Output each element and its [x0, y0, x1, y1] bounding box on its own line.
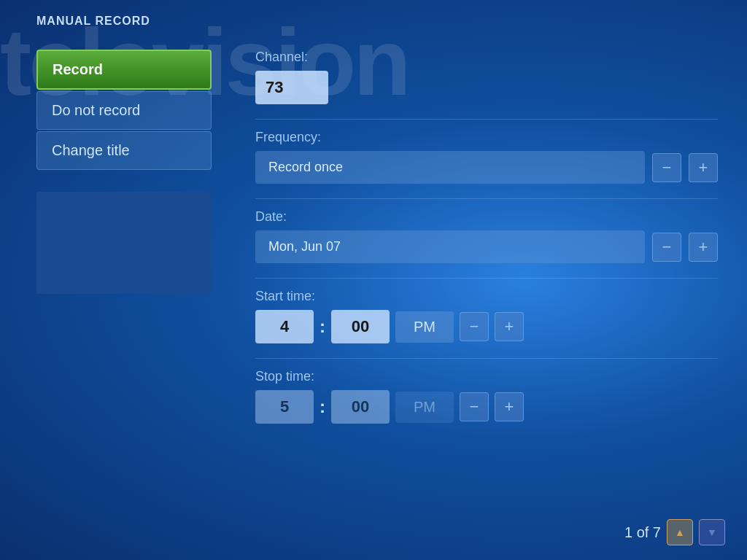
thumbnail-preview — [36, 192, 212, 294]
date-section: Date: Mon, Jun 07 − + — [255, 209, 718, 263]
frequency-label: Frequency: — [255, 130, 718, 145]
divider-3 — [255, 278, 718, 279]
channel-section: Channel: — [255, 50, 718, 104]
menu-item-change-title[interactable]: Change title — [36, 131, 212, 170]
menu-item-record[interactable]: Record — [36, 50, 212, 90]
channel-label: Channel: — [255, 50, 718, 65]
divider-4 — [255, 358, 718, 359]
left-menu: Record Do not record Change title — [36, 50, 212, 294]
time-separator-2: : — [320, 397, 325, 417]
menu-item-do-not-record[interactable]: Do not record — [36, 91, 212, 130]
frequency-section: Frequency: Record once − + — [255, 130, 718, 184]
pagination-down-button[interactable]: ▼ — [699, 519, 725, 545]
start-time-minus-button[interactable]: − — [460, 312, 489, 341]
frequency-display: Record once — [255, 151, 645, 184]
time-separator-1: : — [320, 316, 325, 337]
right-form: Channel: Frequency: Record once − + Date… — [255, 50, 747, 438]
start-ampm-display: PM — [395, 311, 454, 343]
stop-time-section: Stop time: : PM − + — [255, 369, 718, 424]
stop-hour-input[interactable] — [255, 390, 314, 424]
stop-time-label: Stop time: — [255, 369, 718, 384]
channel-input[interactable] — [255, 71, 328, 104]
stop-time-minus-button[interactable]: − — [460, 392, 489, 421]
date-label: Date: — [255, 209, 718, 225]
frequency-minus-button[interactable]: − — [652, 153, 681, 182]
stop-time-row: : PM − + — [255, 390, 718, 424]
date-control-row: Mon, Jun 07 − + — [255, 230, 718, 263]
start-time-plus-button[interactable]: + — [495, 312, 524, 341]
start-minute-input[interactable] — [331, 310, 390, 343]
date-plus-button[interactable]: + — [689, 233, 718, 262]
divider-1 — [255, 119, 718, 120]
pagination-up-button[interactable]: ▲ — [667, 519, 693, 545]
frequency-control-row: Record once − + — [255, 151, 718, 184]
main-layout: Record Do not record Change title Channe… — [36, 50, 747, 438]
date-display: Mon, Jun 07 — [255, 230, 645, 263]
start-time-section: Start time: : PM − + — [255, 289, 718, 343]
start-time-row: : PM − + — [255, 310, 718, 343]
page-title: MANUAL RECORD — [36, 15, 747, 28]
date-minus-button[interactable]: − — [652, 233, 681, 262]
main-content: MANUAL RECORD Record Do not record Chang… — [0, 0, 747, 438]
stop-time-plus-button[interactable]: + — [495, 392, 524, 421]
start-time-label: Start time: — [255, 289, 718, 304]
frequency-plus-button[interactable]: + — [689, 153, 718, 182]
stop-ampm-display: PM — [395, 392, 454, 423]
divider-2 — [255, 198, 718, 199]
stop-minute-input[interactable] — [331, 390, 390, 424]
start-hour-input[interactable] — [255, 310, 314, 343]
pagination: 1 of 7 ▲ ▼ — [624, 519, 725, 545]
pagination-text: 1 of 7 — [624, 524, 661, 541]
